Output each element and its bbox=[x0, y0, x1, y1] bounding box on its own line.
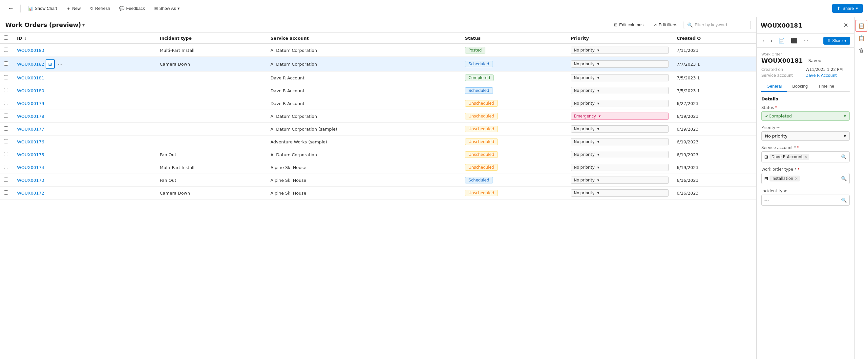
row-checkbox[interactable] bbox=[4, 178, 8, 182]
row-checkbox[interactable] bbox=[4, 75, 8, 80]
row-id-link[interactable]: WOUX00174 bbox=[17, 165, 44, 170]
share-label: Share bbox=[842, 6, 854, 11]
row-id-link[interactable]: WOUX00177 bbox=[17, 127, 44, 131]
feedback-button[interactable]: 💬 Feedback bbox=[116, 4, 148, 12]
table-row: WOUX00179Dave R AccountUnscheduledNo pri… bbox=[0, 97, 756, 110]
back-button[interactable]: ← bbox=[5, 4, 17, 13]
detail-close-button[interactable]: ✕ bbox=[841, 20, 850, 30]
row-id-link[interactable]: WOUX00176 bbox=[17, 140, 44, 144]
side-icon-clipboard-1-button[interactable]: 📋 bbox=[856, 20, 867, 31]
row-status: Unscheduled bbox=[461, 110, 567, 123]
row-more-button[interactable]: ⋯ bbox=[56, 60, 64, 68]
service-account-tag-wrap[interactable]: ⊞ Dave R Account × 🔍 bbox=[761, 151, 849, 162]
detail-toolbar: ‹ › 📄 ⬛ ⋯ ⬆ Share ▾ bbox=[757, 34, 854, 48]
detail-more-button[interactable]: ⋯ bbox=[801, 36, 811, 45]
row-checkbox[interactable] bbox=[4, 114, 8, 118]
incident-type-tag-wrap[interactable]: --- 🔍 bbox=[761, 195, 849, 206]
work-order-type-tag-remove[interactable]: × bbox=[795, 176, 798, 181]
priority-select[interactable]: No priority▾ bbox=[571, 100, 669, 107]
priority-select[interactable]: No priority▾ bbox=[571, 138, 669, 145]
priority-dropdown[interactable]: No priority ▾ bbox=[761, 131, 849, 141]
work-order-type-search-icon[interactable]: 🔍 bbox=[841, 176, 847, 181]
row-checkbox[interactable] bbox=[4, 152, 8, 156]
service-account-tag-text: Dave R Account bbox=[772, 155, 803, 159]
plus-icon: ＋ bbox=[66, 6, 70, 11]
new-button[interactable]: ＋ New bbox=[63, 4, 84, 13]
detail-nav-back-button[interactable]: ‹ bbox=[761, 36, 767, 45]
priority-column-header[interactable]: Priority bbox=[567, 33, 673, 43]
edit-columns-label: Edit columns bbox=[619, 22, 644, 27]
show-as-button[interactable]: ⊞ Show As ▾ bbox=[151, 4, 183, 12]
detail-share-button[interactable]: ⬆ Share ▾ bbox=[824, 37, 850, 44]
row-checkbox[interactable] bbox=[4, 139, 8, 143]
list-title[interactable]: Work Orders (preview) ▾ bbox=[5, 21, 85, 28]
detail-nav-forward-button[interactable]: › bbox=[768, 36, 774, 45]
id-cell: WOUX00182⊞⋯ bbox=[17, 59, 152, 68]
entity-saved-label: - Saved bbox=[805, 58, 822, 63]
row-id-link[interactable]: WOUX00178 bbox=[17, 114, 44, 119]
filter-input[interactable] bbox=[695, 22, 747, 27]
edit-filters-button[interactable]: ⊿ Edit filters bbox=[650, 20, 681, 29]
priority-chevron-icon: ▾ bbox=[597, 127, 599, 131]
priority-select[interactable]: Emergency▾ bbox=[571, 113, 669, 120]
service-account-search-icon[interactable]: 🔍 bbox=[841, 154, 847, 159]
row-service-account: Alpine Ski House bbox=[267, 174, 461, 187]
status-dropdown[interactable]: ✔ Completed ▾ bbox=[761, 111, 849, 121]
priority-select[interactable]: No priority▾ bbox=[571, 189, 669, 197]
share-button[interactable]: ⬆ Share ▾ bbox=[832, 4, 863, 13]
priority-text: Emergency bbox=[574, 114, 596, 118]
chart-icon: 📊 bbox=[28, 6, 33, 11]
priority-select[interactable]: No priority▾ bbox=[571, 74, 669, 81]
select-all-checkbox[interactable] bbox=[4, 35, 8, 40]
priority-select[interactable]: No priority▾ bbox=[571, 151, 669, 158]
list-title-text: Work Orders (preview) bbox=[5, 21, 81, 28]
row-id-link[interactable]: WOUX00175 bbox=[17, 152, 44, 157]
status-column-header[interactable]: Status bbox=[461, 33, 567, 43]
detail-link-button[interactable]: ⬛ bbox=[788, 36, 800, 45]
side-icon-clipboard-2-button[interactable]: 📋 bbox=[856, 32, 867, 44]
row-created: 6/16/2023 bbox=[673, 174, 756, 187]
row-view-icon-button[interactable]: ⊞ bbox=[45, 59, 55, 68]
row-checkbox[interactable] bbox=[4, 165, 8, 169]
row-id-link[interactable]: WOUX00180 bbox=[17, 88, 44, 93]
tab-general[interactable]: General bbox=[761, 81, 787, 92]
priority-select[interactable]: No priority▾ bbox=[571, 60, 669, 68]
service-account-tag-remove[interactable]: × bbox=[804, 155, 807, 159]
incident-type-search-icon[interactable]: 🔍 bbox=[841, 198, 847, 203]
priority-text: No priority bbox=[574, 88, 594, 93]
table-row: WOUX00181Dave R AccountCompletedNo prior… bbox=[0, 71, 756, 84]
row-checkbox[interactable] bbox=[4, 190, 8, 195]
show-chart-button[interactable]: 📊 Show Chart bbox=[25, 4, 60, 12]
service-account-column-header[interactable]: Service account bbox=[267, 33, 461, 43]
row-id-link[interactable]: WOUX00183 bbox=[17, 48, 44, 53]
incident-type-column-header[interactable]: Incident type bbox=[156, 33, 267, 43]
priority-select[interactable]: No priority▾ bbox=[571, 177, 669, 184]
row-id-link[interactable]: WOUX00179 bbox=[17, 101, 44, 106]
row-checkbox[interactable] bbox=[4, 101, 8, 105]
row-checkbox[interactable] bbox=[4, 61, 8, 66]
priority-select[interactable]: No priority▾ bbox=[571, 164, 669, 171]
work-order-type-label: Work order type * bbox=[761, 167, 849, 172]
priority-select[interactable]: No priority▾ bbox=[571, 47, 669, 54]
service-account-meta-value[interactable]: Dave R Account bbox=[806, 73, 850, 78]
created-column-header[interactable]: Created O bbox=[673, 33, 756, 43]
detail-doc-button[interactable]: 📄 bbox=[776, 36, 787, 45]
detail-meta: Created on 7/11/2023 1:22 PM Service acc… bbox=[761, 67, 849, 78]
priority-select[interactable]: No priority▾ bbox=[571, 125, 669, 132]
side-icon-trash-button[interactable]: 🗑 bbox=[856, 44, 867, 56]
row-checkbox[interactable] bbox=[4, 126, 8, 130]
id-column-header[interactable]: ID ↓ bbox=[13, 33, 156, 43]
row-id-link[interactable]: WOUX00181 bbox=[17, 76, 44, 81]
row-priority: No priority▾ bbox=[567, 71, 673, 84]
row-id-link[interactable]: WOUX00172 bbox=[17, 191, 44, 196]
tab-timeline[interactable]: Timeline bbox=[813, 81, 839, 92]
row-id-link[interactable]: WOUX00173 bbox=[17, 178, 44, 183]
edit-columns-button[interactable]: ⊞ Edit columns bbox=[610, 20, 647, 29]
work-order-type-tag-wrap[interactable]: ⊞ Installation × 🔍 bbox=[761, 173, 849, 184]
row-checkbox[interactable] bbox=[4, 88, 8, 92]
row-id-link[interactable]: WOUX00182 bbox=[17, 62, 44, 67]
row-checkbox[interactable] bbox=[4, 48, 8, 52]
tab-booking[interactable]: Booking bbox=[787, 81, 813, 92]
priority-select[interactable]: No priority▾ bbox=[571, 87, 669, 94]
refresh-button[interactable]: ↻ Refresh bbox=[87, 4, 114, 12]
